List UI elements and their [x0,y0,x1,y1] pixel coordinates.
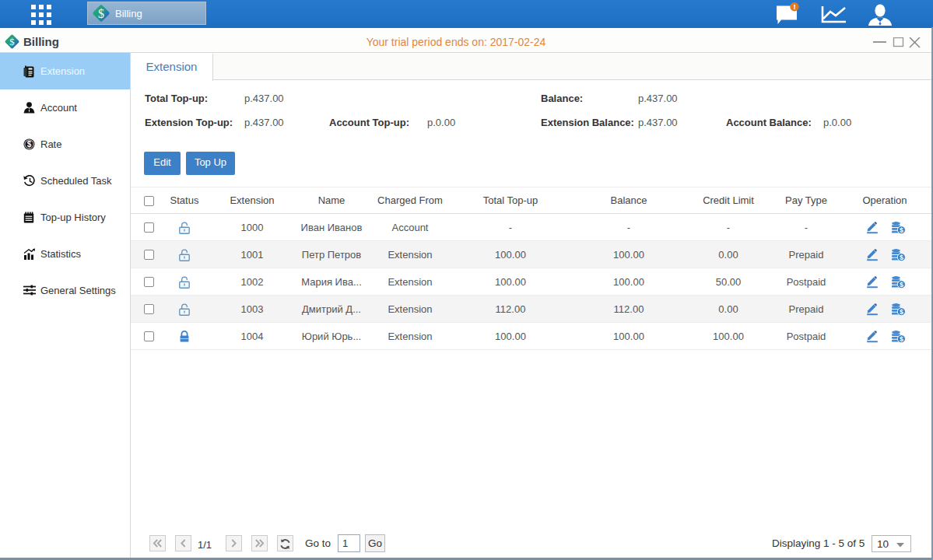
svg-text:$: $ [27,140,32,149]
svg-text:$: $ [900,281,903,289]
svg-text:$: $ [900,308,903,316]
svg-text:$: $ [98,7,104,20]
svg-text:$: $ [900,335,903,343]
svg-text:!: ! [793,2,795,11]
svg-text:$: $ [900,254,903,261]
svg-text:$: $ [900,226,903,234]
